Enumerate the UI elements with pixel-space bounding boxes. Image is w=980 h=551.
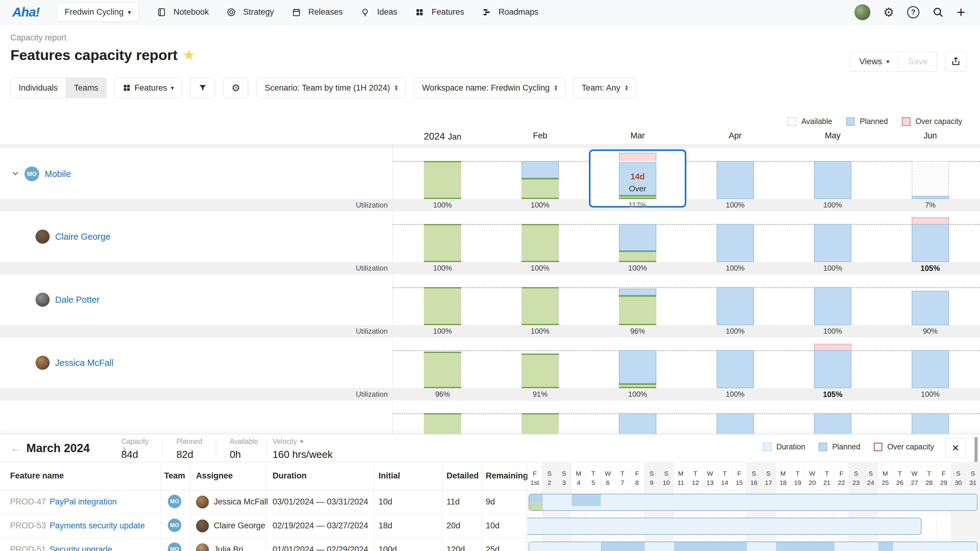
- bar-segment-planned[interactable]: [814, 287, 851, 325]
- user-avatar[interactable]: [854, 4, 870, 20]
- utilization-pct-feb: 100%: [531, 325, 549, 337]
- planned-swatch: [819, 443, 827, 451]
- bar-segment-planned[interactable]: [717, 161, 754, 199]
- nav-item-roadmaps[interactable]: Roadmaps: [482, 7, 539, 17]
- feature-link[interactable]: Payments security update: [49, 521, 145, 530]
- gantt-bar[interactable]: [528, 494, 978, 511]
- help-icon[interactable]: ?: [907, 6, 920, 18]
- gantt-bar[interactable]: [528, 541, 978, 551]
- share-button[interactable]: [945, 51, 967, 71]
- bar-segment-planned[interactable]: [619, 289, 656, 295]
- day-letter: M: [776, 470, 791, 477]
- workspace-switcher[interactable]: Fredwin Cycling ▾: [56, 3, 139, 22]
- bar-segment-green[interactable]: [424, 161, 461, 199]
- team-name-link[interactable]: Mobile: [45, 169, 71, 179]
- column-header-duration: Duration: [272, 471, 307, 481]
- bar-segment-green[interactable]: [522, 413, 559, 434]
- bar-segment-planned[interactable]: [912, 224, 949, 262]
- nav-item-features[interactable]: Features: [415, 7, 464, 17]
- bar-segment-planned[interactable]: [619, 413, 656, 434]
- bar-segment-planned[interactable]: [814, 413, 851, 434]
- utilization-pct-jan: 100%: [433, 199, 452, 211]
- over-capacity-swatch: [902, 117, 910, 126]
- capacity-legend: Available Planned Over capacity: [788, 117, 962, 126]
- filter-funnel-button[interactable]: [190, 78, 215, 98]
- bar-segment-planned[interactable]: [717, 413, 754, 434]
- nav-item-releases[interactable]: Releases: [292, 7, 343, 17]
- bar-segment-green[interactable]: [619, 384, 656, 388]
- day-letter: T: [615, 470, 630, 477]
- search-icon[interactable]: [932, 6, 944, 18]
- nav-item-notebook[interactable]: Notebook: [157, 7, 209, 17]
- bar-segment-green[interactable]: [619, 295, 656, 325]
- utilization-pct-feb: 91%: [533, 388, 547, 400]
- assignee-name: Jessica McFall: [214, 497, 268, 507]
- previous-month-arrow[interactable]: ←: [10, 442, 21, 454]
- capacity-row-dale: Utilization100%100%96%100%100%90%Dale Po…: [0, 274, 980, 337]
- person-name-link[interactable]: Jessica McFall: [55, 358, 113, 368]
- bar-segment-planned[interactable]: [912, 350, 949, 388]
- person-name-link[interactable]: Dale Potter: [55, 295, 100, 305]
- month-label-jan: 2024Jan: [424, 131, 461, 142]
- individuals-toggle[interactable]: Individuals: [11, 78, 66, 98]
- feature-code: PROD-53: [10, 521, 46, 530]
- bar-segment-planned[interactable]: [912, 291, 949, 325]
- favorite-star-icon[interactable]: ★: [183, 48, 195, 62]
- workspace-filter-dropdown[interactable]: Workspace name: Fredwin Cycling ▴▾: [414, 78, 565, 98]
- close-panel-button[interactable]: ✕: [945, 438, 966, 457]
- bar-segment-green[interactable]: [424, 352, 461, 388]
- bar-over-capacity[interactable]: [814, 344, 851, 350]
- bar-segment-green[interactable]: [424, 287, 461, 325]
- person-name-link[interactable]: Claire George: [55, 232, 111, 242]
- available-swatch: [788, 117, 796, 126]
- nav-item-strategy[interactable]: Strategy: [227, 7, 274, 17]
- scenario-dropdown[interactable]: Scenario: Team by time (1H 2024) ▴▾: [256, 78, 406, 98]
- nav-item-ideas[interactable]: Ideas: [360, 7, 397, 17]
- chevron-down-icon: ▾: [128, 9, 131, 16]
- bar-segment-green[interactable]: [522, 354, 559, 388]
- bar-segment-planned[interactable]: [814, 350, 851, 388]
- day-letter: S: [659, 470, 673, 477]
- bar-segment-planned[interactable]: [912, 196, 949, 199]
- add-plus-icon[interactable]: +: [957, 6, 965, 18]
- bar-segment-green[interactable]: [522, 287, 559, 325]
- bar-segment-planned[interactable]: [619, 350, 656, 384]
- teams-toggle[interactable]: Teams: [66, 78, 107, 98]
- feature-link[interactable]: Security upgrade: [49, 545, 112, 551]
- bar-over-capacity[interactable]: [619, 153, 656, 161]
- bar-segment-planned[interactable]: [814, 224, 851, 262]
- bar-segment-planned[interactable]: [717, 287, 754, 325]
- day-letter: W: [601, 470, 615, 477]
- features-dropdown[interactable]: Features▾: [115, 78, 182, 98]
- bar-segment-green[interactable]: [424, 224, 461, 262]
- gantt-bar[interactable]: [527, 518, 921, 535]
- team-filter-dropdown[interactable]: Team: Any ▴▾: [573, 78, 636, 98]
- chart-settings-gear-button[interactable]: ⚙: [223, 78, 249, 98]
- bar-segment-planned[interactable]: [912, 413, 949, 434]
- day-number: 3: [557, 479, 571, 486]
- bar-segment-planned[interactable]: [717, 224, 754, 262]
- aha-logo[interactable]: Aha!: [12, 5, 40, 20]
- bar-segment-green[interactable]: [619, 195, 656, 199]
- collapse-chevron-icon[interactable]: [11, 169, 20, 179]
- bar-segment-planned[interactable]: [522, 161, 559, 178]
- bar-segment-green[interactable]: [522, 178, 559, 199]
- feature-link[interactable]: PayPal integration: [49, 497, 117, 506]
- bar-segment-green[interactable]: [619, 251, 656, 262]
- bar-segment-available[interactable]: [912, 161, 949, 196]
- bar-segment-green[interactable]: [522, 224, 559, 262]
- views-save-group: Views▾ Save: [850, 51, 937, 71]
- bar-segment-planned[interactable]: [717, 350, 754, 388]
- day-letter: T: [718, 470, 732, 477]
- bar-over-capacity[interactable]: [912, 218, 949, 224]
- save-button[interactable]: Save: [899, 52, 937, 71]
- legend-over-capacity: Over capacity: [874, 442, 934, 451]
- settings-gear-icon[interactable]: ⚙: [883, 5, 894, 19]
- bar-segment-planned[interactable]: [619, 224, 656, 251]
- team-badge: MO: [168, 542, 181, 551]
- bar-segment-planned[interactable]: [814, 161, 851, 199]
- views-button[interactable]: Views▾: [850, 52, 899, 71]
- bar-segment-green[interactable]: [424, 413, 461, 434]
- utilization-pct-may: 105%: [823, 388, 843, 400]
- person-avatar: [35, 356, 49, 370]
